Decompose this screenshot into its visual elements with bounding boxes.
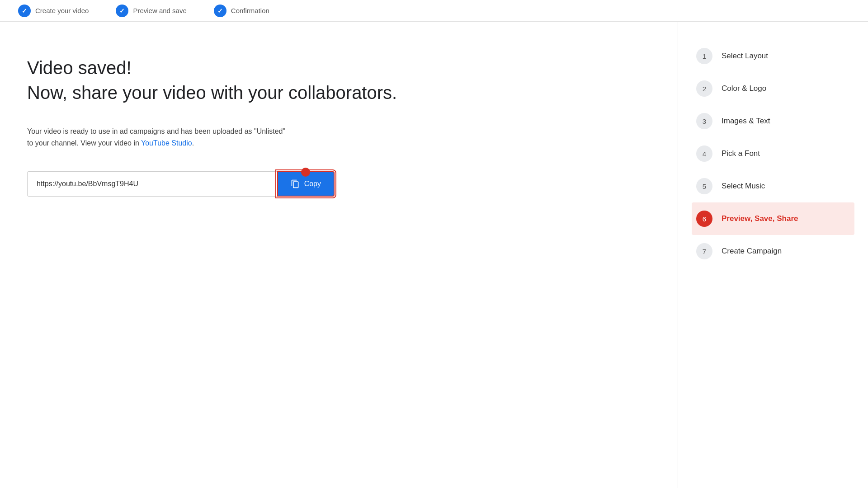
- step-circle-create-video: [18, 5, 31, 17]
- sidebar-label-select-music: Select Music: [722, 182, 765, 191]
- sidebar: 1 Select Layout 2 Color & Logo 3 Images …: [678, 22, 868, 488]
- video-url-display: https://youtu.be/BbVmsgT9H4U: [27, 171, 277, 197]
- sidebar-item-color-logo[interactable]: 2 Color & Logo: [692, 72, 854, 105]
- sidebar-label-preview-save-share: Preview, Save, Share: [722, 214, 798, 223]
- sidebar-label-select-layout: Select Layout: [722, 52, 768, 61]
- sidebar-item-preview-save-share[interactable]: 6 Preview, Save, Share: [692, 202, 854, 235]
- sidebar-label-create-campaign: Create Campaign: [722, 247, 782, 256]
- description-part1: Your video is ready to use in ad campaig…: [27, 127, 285, 135]
- top-progress-bar: Create your video Preview and save Confi…: [0, 0, 868, 22]
- step-confirmation: Confirmation: [214, 5, 269, 17]
- copy-button-label: Copy: [304, 180, 321, 188]
- sidebar-num-select-layout: 1: [696, 48, 712, 64]
- description-part2: to your channel. View your video in: [27, 139, 141, 147]
- step-label-preview-save: Preview and save: [133, 7, 186, 14]
- sidebar-label-images-text: Images & Text: [722, 117, 770, 126]
- sidebar-label-color-logo: Color & Logo: [722, 84, 766, 93]
- step-circle-confirmation: [214, 5, 226, 17]
- sidebar-num-preview-save-share: 6: [696, 211, 712, 227]
- step-circle-preview-save: [116, 5, 128, 17]
- copy-button-wrapper: Copy: [277, 171, 335, 197]
- description-text: Your video is ready to use in ad campaig…: [27, 126, 434, 149]
- content-area: Video saved! Now, share your video with …: [0, 22, 678, 488]
- video-url-text: https://youtu.be/BbVmsgT9H4U: [37, 180, 138, 188]
- sidebar-num-images-text: 3: [696, 113, 712, 129]
- step-label-confirmation: Confirmation: [231, 7, 269, 14]
- video-saved-heading: Video saved!: [27, 58, 651, 78]
- copy-notification-dot: [301, 168, 310, 177]
- sidebar-item-pick-font[interactable]: 4 Pick a Font: [692, 137, 854, 170]
- step-create-video: Create your video: [18, 5, 89, 17]
- sidebar-num-pick-font: 4: [696, 145, 712, 162]
- sidebar-label-pick-font: Pick a Font: [722, 149, 760, 158]
- youtube-studio-link[interactable]: YouTube Studio: [141, 139, 192, 147]
- sidebar-item-select-layout[interactable]: 1 Select Layout: [692, 40, 854, 72]
- copy-icon: [291, 179, 300, 188]
- sidebar-num-color-logo: 2: [696, 80, 712, 97]
- step-label-create-video: Create your video: [35, 7, 89, 14]
- sidebar-item-select-music[interactable]: 5 Select Music: [692, 170, 854, 202]
- step-preview-save: Preview and save: [116, 5, 186, 17]
- url-copy-row: https://youtu.be/BbVmsgT9H4U Copy: [27, 171, 335, 197]
- description-end: .: [192, 139, 194, 147]
- share-subtitle-heading: Now, share your video with your collabor…: [27, 83, 651, 103]
- main-layout: Video saved! Now, share your video with …: [0, 22, 868, 488]
- sidebar-num-create-campaign: 7: [696, 243, 712, 259]
- sidebar-item-create-campaign[interactable]: 7 Create Campaign: [692, 235, 854, 267]
- sidebar-item-images-text[interactable]: 3 Images & Text: [692, 105, 854, 137]
- sidebar-num-select-music: 5: [696, 178, 712, 194]
